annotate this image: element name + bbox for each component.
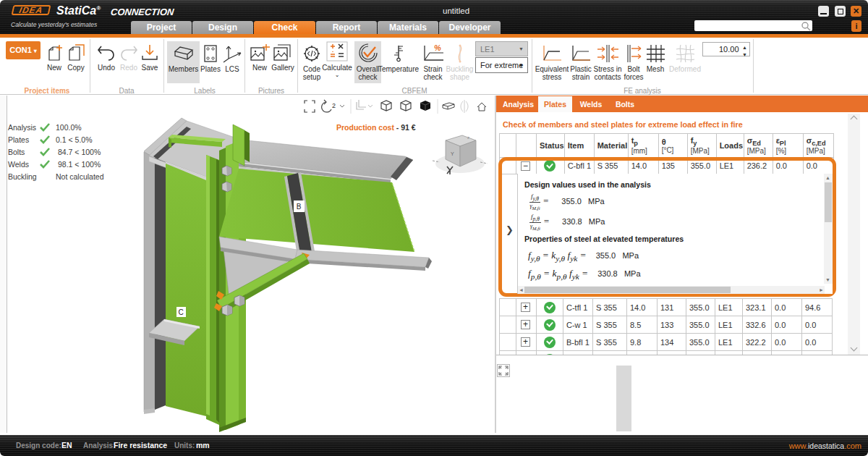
- svg-text:%: %: [434, 44, 441, 52]
- svg-text:B: B: [297, 203, 302, 211]
- svg-text:C: C: [178, 308, 183, 316]
- svg-text:Y: Y: [451, 151, 454, 156]
- svg-text:z: z: [467, 135, 469, 140]
